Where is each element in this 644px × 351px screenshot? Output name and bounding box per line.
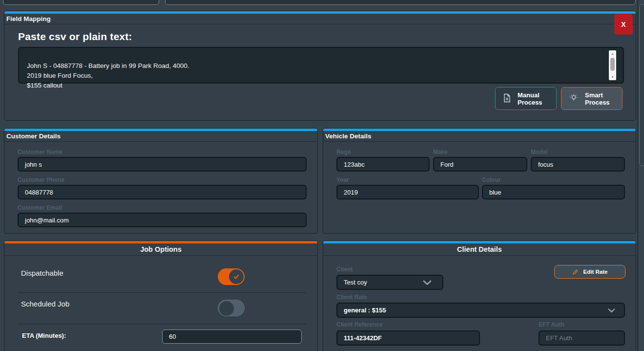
toggle-knob (219, 301, 234, 316)
edit-rate-label: Edit Rate (583, 269, 608, 275)
job-options-title: Job Options (4, 243, 317, 256)
chevron-down-icon (423, 280, 432, 285)
textarea-scrollbar-thumb[interactable] (610, 58, 615, 71)
client-select[interactable]: Test coy (336, 275, 443, 290)
pencil-icon (572, 269, 579, 275)
rego-input[interactable] (336, 157, 430, 172)
customer-email-label: Customer Email (18, 204, 62, 211)
scroll-down-icon[interactable]: ▼ (609, 74, 616, 80)
client-select-value: Test coy (344, 279, 367, 286)
eft-auth-label: EFT Auth (539, 321, 564, 328)
client-reference-label: Client Reference (336, 321, 383, 328)
divider (18, 324, 307, 324)
manual-process-label: Manual Process (518, 91, 542, 106)
scheduled-job-toggle[interactable] (218, 300, 245, 316)
make-input[interactable] (433, 157, 527, 172)
customer-email-input[interactable] (18, 213, 307, 227)
paste-heading: Paste csv or plain text: (18, 31, 132, 43)
rego-label: Rego (336, 149, 351, 155)
paste-textarea[interactable]: John S - 04887778 - Battery job in 99 Pa… (18, 47, 624, 84)
vehicle-details-title: Vehicle Details (323, 131, 636, 142)
field-mapping-panel: Field Mapping X Paste csv or plain text:… (4, 11, 636, 121)
client-rate-select[interactable]: general : $155 (336, 303, 625, 318)
client-details-title: Client Details (323, 243, 636, 256)
check-icon (233, 273, 240, 280)
job-options-panel: Job Options Dispatchable Scheduled Job E… (4, 241, 318, 351)
eta-label: ETA (Minutes): (22, 332, 66, 339)
smart-process-label: Smart Process (585, 91, 610, 106)
top-cutoff-input-left[interactable] (3, 0, 159, 5)
smart-process-button[interactable]: Smart Process (561, 87, 623, 110)
colour-input[interactable] (482, 185, 625, 199)
close-icon: X (621, 21, 625, 28)
close-button[interactable]: X (614, 14, 633, 35)
model-input[interactable] (531, 157, 625, 172)
scroll-up-icon[interactable]: ▲ (609, 50, 616, 57)
page-scrollbar-thumb[interactable] (639, 4, 644, 166)
client-details-panel: Client Details Client Test coy Edit Rate… (323, 241, 636, 351)
chevron-down-icon (608, 308, 615, 313)
dispatchable-toggle[interactable] (218, 268, 245, 285)
customer-name-label: Customer Name (18, 149, 62, 155)
manual-process-button[interactable]: Manual Process (495, 87, 557, 110)
customer-details-panel: Customer Details Customer Name Customer … (4, 128, 318, 234)
field-mapping-title: Field Mapping (4, 14, 636, 24)
model-label: Model (531, 149, 548, 155)
year-label: Year (336, 176, 349, 183)
customer-details-title: Customer Details (4, 131, 317, 142)
edit-rate-button[interactable]: Edit Rate (554, 265, 625, 279)
divider (18, 292, 307, 293)
customer-phone-input[interactable] (18, 185, 307, 199)
paste-text: John S - 04887778 - Battery job in 99 Pa… (27, 62, 189, 89)
client-reference-input[interactable] (336, 330, 480, 346)
scheduled-job-label: Scheduled Job (21, 300, 69, 308)
top-cutoff-input-right[interactable] (165, 0, 636, 5)
page-scrollbar[interactable] (638, 0, 644, 351)
dispatchable-label: Dispatchable (21, 269, 63, 277)
customer-phone-label: Customer Phone (18, 176, 64, 183)
make-label: Make (433, 149, 448, 155)
document-icon (503, 93, 511, 104)
customer-name-input[interactable] (18, 157, 307, 172)
colour-label: Colour (482, 176, 501, 183)
client-rate-value: general : $155 (344, 307, 386, 314)
eft-auth-input[interactable] (539, 330, 625, 346)
client-rate-label: Client Rate (336, 294, 367, 301)
textarea-scrollbar[interactable]: ▲ ▼ (609, 50, 616, 80)
client-label: Client (336, 266, 353, 273)
field-mapping-screen: Field Mapping X Paste csv or plain text:… (0, 0, 644, 351)
year-input[interactable] (336, 185, 479, 199)
toggle-knob (229, 269, 244, 284)
eta-input[interactable] (162, 329, 302, 344)
vehicle-details-panel: Vehicle Details Rego Make Model Year Col… (323, 128, 636, 234)
lightbulb-icon (569, 93, 579, 104)
